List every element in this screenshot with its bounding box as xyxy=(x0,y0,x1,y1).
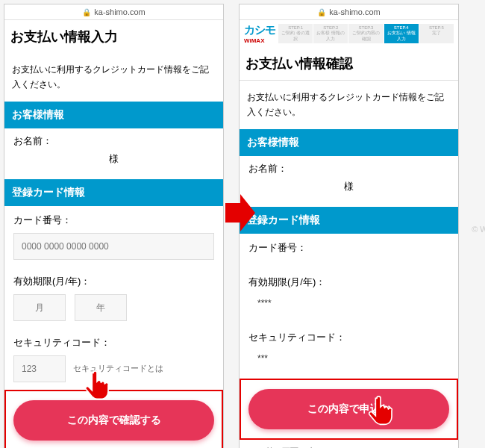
card-label: カード番号： xyxy=(248,241,449,255)
page-title: お支払い情報確認 xyxy=(240,47,458,81)
header-row: カシモ WiMAX STEP.1ご契約 者の選択 STEP.2お客様 情報の入力… xyxy=(240,20,458,47)
lock-icon: 🔒 xyxy=(82,8,91,16)
page-desc: お支払いに利用するクレジットカード情報をご記入ください。 xyxy=(240,81,458,129)
section-card: 登録カード情報 xyxy=(240,207,458,234)
phone-left: 🔒 ka-shimo.com お支払い情報入力 お支払いに利用するクレジットカー… xyxy=(4,4,224,448)
back-link[interactable]: 1つ前の画面に戻る xyxy=(240,440,458,448)
arrow-right-icon xyxy=(225,194,255,240)
page-title: お支払い情報入力 xyxy=(4,20,223,53)
url-text: ka-shimo.com xyxy=(329,7,380,16)
expiry-month-input[interactable] xyxy=(13,294,66,321)
confirm-button[interactable]: この内容で確認する xyxy=(13,400,214,441)
name-value: 様 xyxy=(13,148,214,170)
name-label: お名前： xyxy=(13,134,214,148)
section-customer: お客様情報 xyxy=(240,129,458,156)
confirm-button-highlight: この内容で確認する xyxy=(4,390,223,448)
submit-button-highlight: この内容で申込む xyxy=(240,379,458,440)
brand-logo: カシモ WiMAX xyxy=(244,23,275,44)
expiry-label: 有効期限(月/年)： xyxy=(13,275,214,288)
page-desc: お支払いに利用するクレジットカード情報をご記入ください。 xyxy=(4,53,223,102)
section-card: 登録カード情報 xyxy=(4,179,223,206)
expiry-year-input[interactable] xyxy=(75,294,127,321)
url-text: ka-shimo.com xyxy=(94,7,145,16)
step-indicator: STEP.1ご契約 者の選択 STEP.2お客様 情報の入力 STEP.3ご契約… xyxy=(278,24,454,43)
step-2: STEP.2お客様 情報の入力 xyxy=(313,24,348,43)
url-bar: 🔒 ka-shimo.com xyxy=(4,4,223,20)
lock-icon: 🔒 xyxy=(317,8,326,16)
step-1: STEP.1ご契約 者の選択 xyxy=(278,24,313,43)
expiry-label: 有効期限(月/年)： xyxy=(248,276,449,289)
cvv-input[interactable] xyxy=(13,355,66,382)
name-label: お名前： xyxy=(248,162,449,175)
step-5: STEP.5完了 xyxy=(419,24,454,43)
cvv-hint-link[interactable]: セキュリティコードとは xyxy=(73,363,163,374)
submit-button[interactable]: この内容で申込む xyxy=(248,389,449,429)
section-customer: お客様情報 xyxy=(4,102,223,128)
phone-right: 🔒 ka-shimo.com カシモ WiMAX STEP.1ご契約 者の選択 … xyxy=(239,4,459,448)
cvv-label: セキュリティコード： xyxy=(13,336,214,349)
watermark: © Wi-Fiの xyxy=(472,224,485,235)
card-number-input[interactable] xyxy=(13,233,214,260)
cvv-value: *** xyxy=(248,350,449,371)
cvv-label: セキュリティコード： xyxy=(248,331,449,344)
name-value: 様 xyxy=(248,175,449,198)
card-label: カード番号： xyxy=(13,214,214,227)
expiry-value: **** xyxy=(248,295,449,316)
step-3: STEP.3ご契約 内容の確認 xyxy=(348,24,383,43)
step-4: STEP.4お支払い 情報入力 xyxy=(384,24,419,43)
url-bar: 🔒 ka-shimo.com xyxy=(240,4,458,20)
